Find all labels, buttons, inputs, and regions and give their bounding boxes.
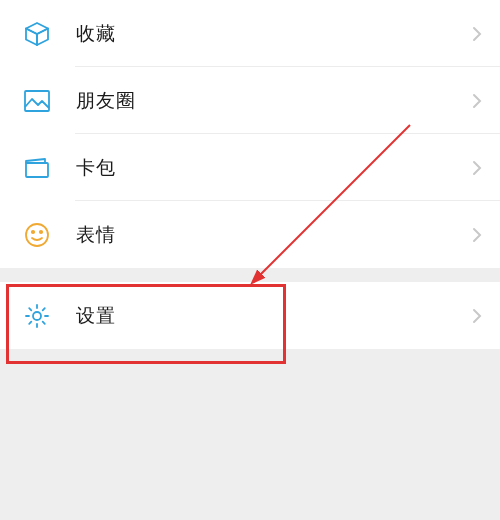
menu-item-moments[interactable]: 朋友圈	[0, 67, 500, 134]
menu-item-favorites[interactable]: 收藏	[0, 0, 500, 67]
chevron-right-icon	[472, 93, 482, 109]
svg-point-4	[40, 230, 42, 232]
image-icon	[20, 89, 54, 113]
chevron-right-icon	[472, 227, 482, 243]
menu-item-label: 设置	[76, 303, 116, 329]
menu-item-cards[interactable]: 卡包	[0, 134, 500, 201]
chevron-right-icon	[472, 308, 482, 324]
cube-icon	[20, 20, 54, 48]
chevron-right-icon	[472, 160, 482, 176]
svg-rect-0	[25, 91, 49, 111]
section-divider	[0, 268, 500, 282]
menu-item-label: 表情	[76, 222, 116, 248]
gear-icon	[20, 302, 54, 330]
smiley-icon	[20, 221, 54, 249]
wallet-icon	[20, 156, 54, 180]
menu-item-label: 收藏	[76, 21, 116, 47]
menu-item-label: 朋友圈	[76, 88, 136, 114]
menu-group-2: 设置	[0, 282, 500, 349]
svg-point-2	[26, 224, 48, 246]
svg-point-3	[32, 230, 34, 232]
svg-rect-1	[26, 163, 48, 177]
chevron-right-icon	[472, 26, 482, 42]
menu-item-label: 卡包	[76, 155, 116, 181]
menu-group-1: 收藏 朋友圈 卡包	[0, 0, 500, 268]
menu-item-stickers[interactable]: 表情	[0, 201, 500, 268]
menu-item-settings[interactable]: 设置	[0, 282, 500, 349]
svg-point-5	[33, 312, 41, 320]
